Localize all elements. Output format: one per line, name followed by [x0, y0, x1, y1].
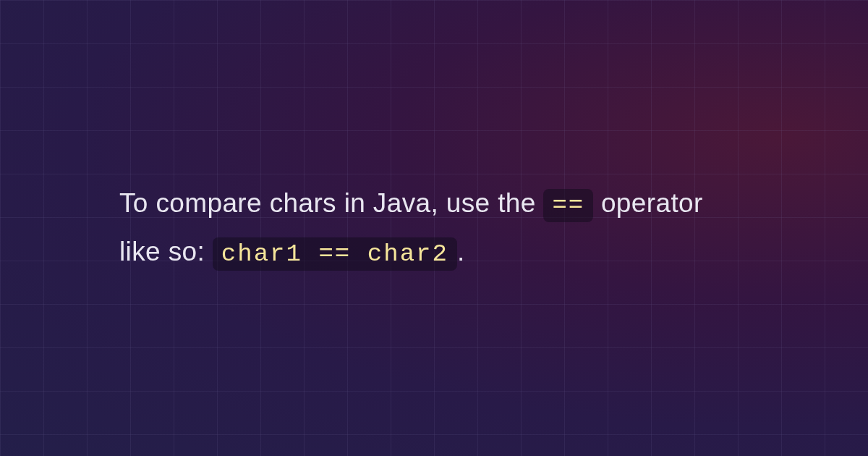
code-operator: ==: [543, 189, 593, 222]
main-text: To compare chars in Java, use the == ope…: [119, 180, 749, 276]
text-segment-3: .: [457, 237, 465, 266]
code-example: char1 == char2: [213, 237, 457, 271]
text-segment-1: To compare chars in Java, use the: [119, 188, 543, 218]
content-container: To compare chars in Java, use the == ope…: [0, 0, 868, 456]
